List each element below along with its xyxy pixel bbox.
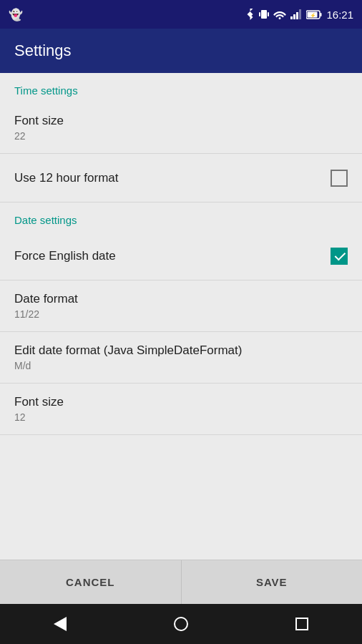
use-12-hour-text: Use 12 hour format xyxy=(14,171,119,185)
ghost-icon: 👻 xyxy=(9,8,23,21)
font-size-time-row[interactable]: Font size 22 xyxy=(0,102,362,154)
use-12-hour-label: Use 12 hour format xyxy=(14,171,119,185)
use-12-hour-checkbox[interactable] xyxy=(331,170,348,187)
nav-back-button[interactable] xyxy=(46,610,74,638)
svg-text:⚡: ⚡ xyxy=(310,12,316,19)
status-bar-right: ⚡ 16:21 xyxy=(245,9,353,21)
svg-rect-2 xyxy=(268,12,269,16)
nav-recents-button[interactable] xyxy=(288,610,316,638)
date-format-row[interactable]: Date format 11/22 xyxy=(0,280,362,332)
signal-icon xyxy=(290,9,302,19)
time-settings-header: Time settings xyxy=(0,73,362,102)
status-bar-left: 👻 xyxy=(9,8,23,21)
wifi-icon xyxy=(273,9,286,19)
svg-rect-8 xyxy=(321,13,322,16)
font-size-time-text: Font size 22 xyxy=(14,114,64,142)
app-bar: Settings xyxy=(0,29,362,73)
date-settings-header: Date settings xyxy=(0,203,362,232)
nav-home-button[interactable] xyxy=(167,610,195,638)
cancel-button[interactable]: CANCEL xyxy=(0,560,182,604)
force-english-date-checkbox[interactable] xyxy=(331,248,348,265)
bottom-buttons: CANCEL SAVE xyxy=(0,560,362,604)
nav-bar xyxy=(0,604,362,644)
main-content: Time settings Font size 22 Use 12 hour f… xyxy=(0,73,362,560)
edit-date-format-value: M/d xyxy=(14,360,242,371)
svg-rect-3 xyxy=(290,16,293,19)
status-bar: 👻 ⚡ 16:21 xyxy=(0,0,362,29)
date-format-text: Date format 11/22 xyxy=(14,292,78,320)
font-size-date-row[interactable]: Font size 12 xyxy=(0,384,362,435)
font-size-date-value: 12 xyxy=(14,411,64,423)
date-format-label: Date format xyxy=(14,292,78,306)
svg-rect-0 xyxy=(261,10,267,19)
force-english-date-text: Force English date xyxy=(14,249,116,263)
section-date-settings: Date settings Force English date Date fo… xyxy=(0,203,362,435)
battery-icon: ⚡ xyxy=(306,10,322,19)
back-arrow-icon xyxy=(54,617,67,631)
home-icon xyxy=(174,617,188,631)
recents-icon xyxy=(295,618,308,630)
section-time-settings: Time settings Font size 22 Use 12 hour f… xyxy=(0,73,362,203)
force-english-date-row[interactable]: Force English date xyxy=(0,232,362,280)
font-size-time-label: Font size xyxy=(14,114,64,128)
edit-date-format-row[interactable]: Edit date format (Java SimpleDateFormat)… xyxy=(0,332,362,384)
status-time: 16:21 xyxy=(326,9,353,21)
font-size-date-label: Font size xyxy=(14,395,64,409)
font-size-time-value: 22 xyxy=(14,130,64,142)
svg-rect-4 xyxy=(293,14,295,19)
svg-rect-1 xyxy=(259,12,260,16)
edit-date-format-text: Edit date format (Java SimpleDateFormat)… xyxy=(14,343,242,371)
font-size-date-text: Font size 12 xyxy=(14,395,64,423)
save-button[interactable]: SAVE xyxy=(182,560,363,604)
date-format-value: 11/22 xyxy=(14,308,78,320)
vibrate-icon xyxy=(259,9,269,20)
edit-date-format-label: Edit date format (Java SimpleDateFormat) xyxy=(14,343,242,358)
bluetooth-icon xyxy=(245,9,255,20)
force-english-date-label: Force English date xyxy=(14,249,116,263)
svg-rect-5 xyxy=(296,12,298,19)
svg-rect-6 xyxy=(299,9,301,19)
use-12-hour-row[interactable]: Use 12 hour format xyxy=(0,154,362,203)
app-bar-title: Settings xyxy=(14,42,72,60)
